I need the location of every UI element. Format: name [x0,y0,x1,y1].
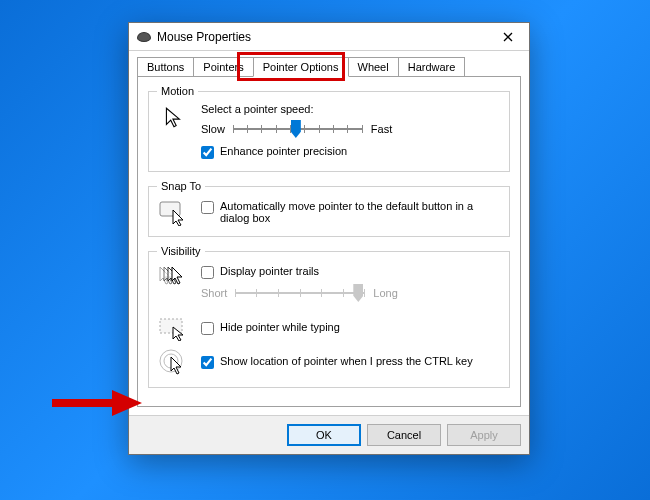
tab-panel: Motion Select a pointer speed: Slow [137,76,521,407]
snap-to-checkbox[interactable]: Automatically move pointer to the defaul… [201,200,501,224]
trails-short-label: Short [201,287,227,299]
group-snap-to: Snap To Automatically move pointer to th… [148,180,510,237]
speed-label: Select a pointer speed: [201,103,501,115]
trails-slider [235,283,365,303]
group-visibility: Visibility Display pointer tr [148,245,510,388]
speed-slow-label: Slow [201,123,225,135]
mouse-properties-dialog: Mouse Properties Buttons Pointers Pointe… [128,22,530,455]
pointer-trails-checkbox[interactable]: Display pointer trails [201,265,501,279]
snap-to-input[interactable] [201,201,214,214]
ctrl-locate-icon [159,349,189,377]
apply-button: Apply [447,424,521,446]
hide-while-typing-checkbox[interactable]: Hide pointer while typing [201,321,501,335]
close-icon [503,32,513,42]
group-motion-legend: Motion [157,85,198,97]
ok-button[interactable]: OK [287,424,361,446]
group-visibility-legend: Visibility [157,245,205,257]
group-snap-legend: Snap To [157,180,205,192]
enhance-precision-input[interactable] [201,146,214,159]
pointer-trails-label: Display pointer trails [220,265,319,277]
tab-pointers[interactable]: Pointers [193,57,253,77]
group-motion: Motion Select a pointer speed: Slow [148,85,510,172]
dialog-button-bar: OK Cancel Apply [129,415,529,454]
tab-strip: Buttons Pointers Pointer Options Wheel H… [137,57,521,77]
svg-marker-5 [112,390,142,416]
trails-long-label: Long [373,287,397,299]
speed-slider[interactable] [233,119,363,139]
snap-to-icon [159,200,189,226]
enhance-precision-label: Enhance pointer precision [220,145,347,157]
show-ctrl-location-input[interactable] [201,356,214,369]
pointer-trails-icon [158,265,190,291]
hide-while-typing-label: Hide pointer while typing [220,321,340,333]
svg-rect-1 [160,319,182,333]
enhance-precision-checkbox[interactable]: Enhance pointer precision [201,145,501,159]
snap-to-label: Automatically move pointer to the defaul… [220,200,501,224]
hide-while-typing-icon [159,317,189,341]
window-title: Mouse Properties [157,30,487,44]
pointer-trails-input[interactable] [201,266,214,279]
speed-fast-label: Fast [371,123,392,135]
close-button[interactable] [487,23,529,51]
hide-while-typing-input[interactable] [201,322,214,335]
tab-pointer-options[interactable]: Pointer Options [253,57,349,77]
cancel-button[interactable]: Cancel [367,424,441,446]
titlebar[interactable]: Mouse Properties [129,23,529,51]
tab-hardware[interactable]: Hardware [398,57,466,77]
tab-buttons[interactable]: Buttons [137,57,194,77]
show-ctrl-location-checkbox[interactable]: Show location of pointer when I press th… [201,355,501,369]
annotation-arrow [52,388,142,418]
show-ctrl-location-label: Show location of pointer when I press th… [220,355,473,367]
cursor-motion-icon [161,105,187,131]
tab-wheel[interactable]: Wheel [348,57,399,77]
mouse-icon [137,32,151,42]
